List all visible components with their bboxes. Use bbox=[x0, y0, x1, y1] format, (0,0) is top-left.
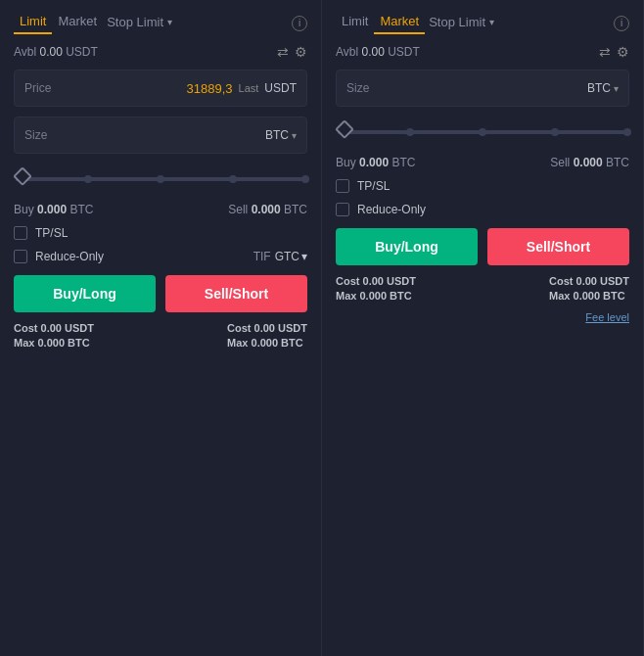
left-price-value-group: 31889,3 Last USDT bbox=[187, 81, 297, 96]
left-tabs: Limit Market Stop Limit ▾ i bbox=[14, 12, 307, 34]
right-sell-value: 0.000 bbox=[574, 156, 603, 169]
right-panel: Limit Market Stop Limit ▾ i Avbl 0.00 US… bbox=[322, 0, 644, 656]
left-sell-button[interactable]: Sell/Short bbox=[165, 275, 307, 312]
right-reduce-only-row: Reduce-Only bbox=[336, 203, 629, 216]
left-size-field[interactable]: Size BTC ▾ bbox=[14, 117, 307, 154]
right-size-currency: BTC bbox=[587, 81, 611, 95]
left-cost-max-buy-col: Cost 0.00 USDT Max 0.000 BTC bbox=[14, 322, 94, 349]
left-avbl-row: Avbl 0.00 USDT ⇄ ⚙ bbox=[14, 44, 307, 60]
left-tab-limit[interactable]: Limit bbox=[14, 12, 52, 34]
right-avbl-row: Avbl 0.00 USDT ⇄ ⚙ bbox=[336, 44, 629, 60]
left-slider-dot-100 bbox=[301, 175, 309, 183]
right-fee-level[interactable]: Fee level bbox=[336, 311, 629, 323]
left-size-currency-drop[interactable]: BTC ▾ bbox=[265, 128, 297, 142]
left-buy-value: 0.000 bbox=[37, 203, 67, 216]
right-slider-thumb[interactable] bbox=[335, 119, 354, 139]
right-avbl-label: Avbl 0.00 USDT bbox=[336, 45, 420, 59]
right-settings-icon[interactable]: ⚙ bbox=[617, 44, 629, 60]
left-max-sell-row: Max 0.000 BTC bbox=[227, 337, 307, 349]
left-slider-dot-75 bbox=[229, 175, 237, 183]
left-slider-container bbox=[14, 164, 307, 195]
right-buy-label: Buy 0.000 BTC bbox=[336, 156, 415, 169]
left-buy-sell-row: Buy 0.000 BTC Sell 0.000 BTC bbox=[14, 203, 307, 216]
left-buy-label: Buy 0.000 BTC bbox=[14, 203, 93, 216]
left-price-last-label: Last bbox=[239, 82, 259, 94]
right-buy-button[interactable]: Buy/Long bbox=[336, 228, 478, 265]
left-price-field[interactable]: Price 31889,3 Last USDT bbox=[14, 70, 307, 107]
left-tif-chevron-icon: ▾ bbox=[301, 250, 307, 263]
right-tab-market[interactable]: Market bbox=[374, 12, 425, 34]
right-size-chevron-icon: ▾ bbox=[614, 83, 619, 94]
right-slider-dot-100 bbox=[623, 128, 631, 136]
left-max-buy-row: Max 0.000 BTC bbox=[14, 337, 94, 349]
left-settings-icon[interactable]: ⚙ bbox=[295, 44, 307, 60]
right-max-buy-row: Max 0.000 BTC bbox=[336, 290, 416, 302]
right-avbl-value: 0.00 bbox=[361, 45, 384, 59]
right-max-sell-row: Max 0.000 BTC bbox=[549, 290, 629, 302]
left-price-currency: USDT bbox=[264, 81, 297, 95]
right-avbl-icons: ⇄ ⚙ bbox=[599, 44, 629, 60]
left-tpsl-checkbox[interactable] bbox=[14, 226, 27, 240]
left-reduce-only-row: Reduce-Only TIF GTC ▾ bbox=[14, 250, 307, 263]
left-panel: Limit Market Stop Limit ▾ i Avbl 0.00 US… bbox=[0, 0, 322, 656]
left-avbl-label: Avbl 0.00 USDT bbox=[14, 45, 98, 59]
right-cost-max-sell-col: Cost 0.00 USDT Max 0.000 BTC bbox=[549, 275, 629, 302]
right-tpsl-row: TP/SL bbox=[336, 179, 629, 193]
left-slider-dot-50 bbox=[157, 175, 164, 183]
left-reduce-only-label: Reduce-Only bbox=[35, 250, 104, 263]
left-cost-sell-row: Cost 0.00 USDT bbox=[227, 322, 307, 334]
right-tabs: Limit Market Stop Limit ▾ i bbox=[336, 12, 629, 34]
left-avbl-value: 0.00 bbox=[39, 45, 62, 59]
left-cost-max-sell-col: Cost 0.00 USDT Max 0.000 BTC bbox=[227, 322, 307, 349]
right-size-label: Size bbox=[346, 81, 369, 95]
left-sell-value: 0.000 bbox=[252, 203, 281, 216]
right-cost-buy-row: Cost 0.00 USDT bbox=[336, 275, 416, 287]
right-cost-max-section: Cost 0.00 USDT Max 0.000 BTC Cost 0.00 bbox=[336, 275, 629, 302]
right-cost-sell-row: Cost 0.00 USDT bbox=[549, 275, 629, 287]
right-info-icon[interactable]: i bbox=[614, 16, 629, 31]
left-transfer-icon[interactable]: ⇄ bbox=[277, 44, 289, 60]
left-cost-max-section: Cost 0.00 USDT Max 0.000 BTC Cost 0.00 bbox=[14, 322, 307, 349]
right-size-currency-drop[interactable]: BTC ▾ bbox=[587, 81, 619, 95]
right-stop-limit-chevron-icon: ▾ bbox=[489, 17, 494, 27]
left-size-label: Size bbox=[24, 128, 47, 142]
right-slider-dot-25 bbox=[406, 128, 414, 136]
right-tpsl-checkbox[interactable] bbox=[336, 179, 349, 193]
right-sell-label: Sell 0.000 BTC bbox=[550, 156, 629, 169]
left-btn-row: Buy/Long Sell/Short bbox=[14, 275, 307, 312]
left-info-icon[interactable]: i bbox=[292, 16, 307, 31]
right-slider-dot-75 bbox=[551, 128, 559, 136]
left-buy-button[interactable]: Buy/Long bbox=[14, 275, 156, 312]
right-slider-dot-50 bbox=[479, 128, 486, 136]
left-slider-thumb[interactable] bbox=[13, 166, 32, 186]
left-tpsl-row: TP/SL bbox=[14, 226, 307, 240]
left-tif-group: TIF GTC ▾ bbox=[253, 250, 307, 263]
left-price-value: 31889,3 bbox=[187, 81, 233, 96]
left-tif-label: TIF bbox=[253, 250, 271, 263]
left-slider-track[interactable] bbox=[16, 177, 305, 181]
stop-limit-chevron-icon: ▾ bbox=[167, 17, 172, 27]
right-tpsl-label: TP/SL bbox=[357, 179, 390, 193]
left-reduce-only-checkbox[interactable] bbox=[14, 250, 27, 263]
right-reduce-only-checkbox[interactable] bbox=[336, 203, 349, 216]
left-tif-dropdown[interactable]: GTC ▾ bbox=[275, 250, 307, 263]
right-reduce-only-label: Reduce-Only bbox=[357, 203, 426, 216]
left-tab-stop-limit[interactable]: Stop Limit ▾ bbox=[103, 13, 176, 33]
right-buy-value: 0.000 bbox=[359, 156, 389, 169]
right-transfer-icon[interactable]: ⇄ bbox=[599, 44, 611, 60]
right-slider-track[interactable] bbox=[338, 130, 627, 134]
right-buy-sell-row: Buy 0.000 BTC Sell 0.000 BTC bbox=[336, 156, 629, 169]
right-size-field[interactable]: Size BTC ▾ bbox=[336, 70, 629, 107]
right-tab-limit[interactable]: Limit bbox=[336, 12, 374, 34]
left-tpsl-label: TP/SL bbox=[35, 226, 68, 240]
right-sell-button[interactable]: Sell/Short bbox=[487, 228, 629, 265]
right-slider-container bbox=[336, 117, 629, 148]
right-cost-max-buy-col: Cost 0.00 USDT Max 0.000 BTC bbox=[336, 275, 416, 302]
left-price-label: Price bbox=[24, 81, 51, 95]
left-slider-dot-25 bbox=[84, 175, 92, 183]
right-btn-row: Buy/Long Sell/Short bbox=[336, 228, 629, 265]
left-tab-market[interactable]: Market bbox=[52, 12, 103, 34]
left-sell-label: Sell 0.000 BTC bbox=[228, 203, 307, 216]
left-size-currency: BTC bbox=[265, 128, 289, 142]
right-tab-stop-limit[interactable]: Stop Limit ▾ bbox=[425, 13, 498, 33]
